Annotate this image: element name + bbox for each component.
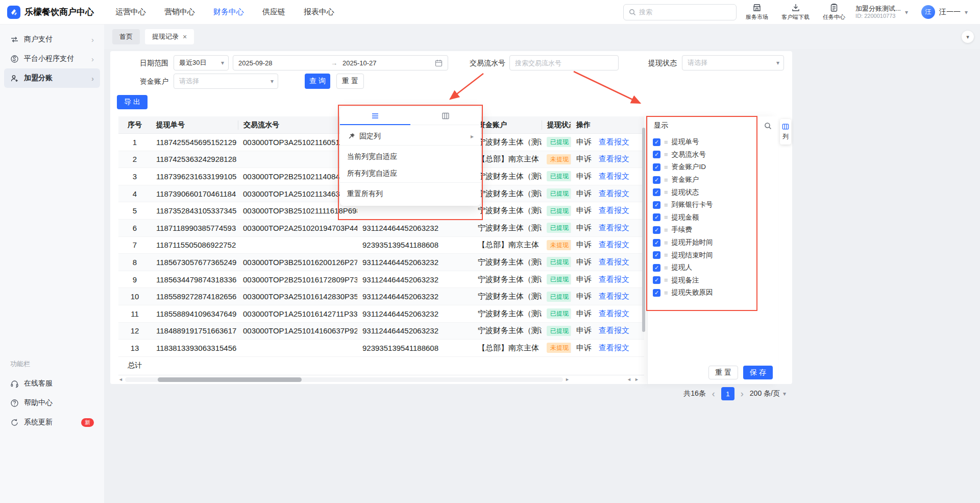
page-tab[interactable]: 首页 × — [112, 29, 140, 44]
date-preset-select[interactable]: 最近30日 ▾ — [174, 55, 229, 70]
column-visibility-item[interactable]: ✓ ≡ 交易流水号 — [648, 149, 778, 161]
column-drawer-toggle[interactable]: 列 — [780, 119, 791, 145]
column-visibility-item[interactable]: ✓ ≡ 提现结束时间 — [648, 249, 778, 261]
checkbox-checked[interactable]: ✓ — [653, 264, 660, 272]
drag-handle-icon[interactable]: ≡ — [664, 264, 668, 272]
current-page[interactable]: 1 — [721, 387, 734, 400]
checkbox-checked[interactable]: ✓ — [653, 151, 660, 158]
view-report-link[interactable]: 查看报文 — [599, 309, 629, 319]
checkbox-checked[interactable]: ✓ — [653, 289, 660, 297]
col-header-seq[interactable]: 序号 — [118, 121, 151, 130]
drawer-reset-button[interactable]: 重 置 — [708, 366, 738, 379]
column-visibility-item[interactable]: ✓ ≡ 到账银行卡号 — [648, 199, 778, 211]
column-visibility-item[interactable]: ✓ ≡ 资金账户ID — [648, 161, 778, 174]
drag-handle-icon[interactable]: ≡ — [664, 226, 668, 234]
drag-handle-icon[interactable]: ≡ — [664, 163, 668, 171]
appeal-link[interactable]: 申诉 — [576, 137, 592, 147]
view-report-link[interactable]: 查看报文 — [599, 172, 629, 181]
checkbox-checked[interactable]: ✓ — [653, 226, 660, 234]
export-button[interactable]: 导 出 — [117, 95, 148, 109]
drawer-save-button[interactable]: 保 存 — [743, 366, 773, 379]
view-report-link[interactable]: 查看报文 — [599, 275, 629, 284]
drag-handle-icon[interactable]: ≡ — [664, 276, 668, 284]
drag-handle-icon[interactable]: ≡ — [664, 151, 668, 158]
view-report-link[interactable]: 查看报文 — [599, 206, 629, 215]
checkbox-checked[interactable]: ✓ — [653, 188, 660, 196]
menu-tab-list[interactable] — [340, 107, 410, 125]
view-report-link[interactable]: 查看报文 — [599, 240, 629, 250]
sidebar-item-help-center[interactable]: 帮助中心 — [4, 393, 100, 413]
drag-handle-icon[interactable]: ≡ — [664, 138, 668, 146]
scrollbar-thumb[interactable] — [158, 377, 302, 382]
top-nav-item[interactable]: 供应链 — [259, 5, 288, 19]
top-nav-item[interactable]: 财务中心 — [210, 5, 247, 19]
table-horizontal-scrollbar[interactable]: ◄ ► — [118, 376, 570, 383]
checkbox-checked[interactable]: ✓ — [653, 176, 660, 184]
appeal-link[interactable]: 申诉 — [576, 309, 592, 319]
column-visibility-item[interactable]: ✓ ≡ 提现失败原因 — [648, 286, 778, 299]
date-start[interactable]: 2025-09-28 — [238, 59, 326, 67]
col-header-withdraw-no[interactable]: 提现单号 — [151, 121, 238, 130]
scroll-right-icon[interactable]: ► — [565, 376, 570, 383]
context-menu-item[interactable]: 固定列 ▸ — [340, 128, 481, 146]
context-menu-item[interactable]: 所有列宽自适应 ▸ — [340, 165, 481, 183]
withdraw-status-select[interactable]: 请选择 ▾ — [682, 55, 784, 70]
col-header-txn-no[interactable]: 交易流水号 — [238, 121, 357, 130]
sidebar-item-online-service[interactable]: 在线客服 — [4, 374, 100, 393]
column-visibility-item[interactable]: ✓ ≡ 手续费 — [648, 224, 778, 236]
fund-account-select[interactable]: 请选择 ▾ — [174, 74, 278, 89]
view-report-link[interactable]: 查看报文 — [599, 292, 629, 301]
context-menu-item[interactable]: 当前列宽自适应 ▸ — [340, 148, 481, 165]
drag-handle-icon[interactable]: ≡ — [664, 239, 668, 247]
sidebar-item-system-update[interactable]: 系统更新 新 — [4, 413, 100, 432]
search-icon[interactable] — [764, 122, 772, 130]
date-range-picker[interactable]: 2025-09-28 → 2025-10-27 — [233, 55, 448, 70]
appeal-link[interactable]: 申诉 — [576, 326, 592, 336]
reset-button[interactable]: 重 置 — [336, 74, 364, 89]
col-header-account[interactable]: 资金账户 — [473, 121, 542, 130]
checkbox-checked[interactable]: ✓ — [653, 138, 660, 146]
user-menu[interactable]: 汪 汪一一 ▾ — [921, 5, 968, 19]
column-visibility-item[interactable]: ✓ ≡ 提现开始时间 — [648, 236, 778, 249]
col-header-status[interactable]: 提现状态 — [542, 121, 571, 130]
fixed-column-scrollbar[interactable]: ◄ ► — [627, 376, 639, 383]
tabbar-collapse-button[interactable]: ▾ — [962, 31, 974, 43]
appeal-link[interactable]: 申诉 — [576, 206, 592, 215]
drag-handle-icon[interactable]: ≡ — [664, 176, 668, 184]
view-report-link[interactable]: 查看报文 — [599, 326, 629, 336]
txn-no-input[interactable] — [509, 55, 619, 70]
appeal-link[interactable]: 申诉 — [576, 189, 592, 199]
menu-tab-columns[interactable] — [410, 107, 481, 125]
view-report-link[interactable]: 查看报文 — [599, 223, 629, 233]
client-download-button[interactable]: 客户端下载 — [781, 3, 810, 21]
top-nav-item[interactable]: 运营中心 — [112, 5, 149, 19]
appeal-link[interactable]: 申诉 — [576, 172, 592, 181]
column-visibility-item[interactable]: ✓ ≡ 提现单号 — [648, 136, 778, 149]
context-menu-item[interactable]: 重置所有列 ▸ — [340, 185, 481, 203]
view-report-link[interactable]: 查看报文 — [599, 137, 629, 147]
view-report-link[interactable]: 查看报文 — [599, 154, 629, 164]
checkbox-checked[interactable]: ✓ — [653, 213, 660, 221]
prev-page-icon[interactable]: ‹ — [712, 389, 715, 398]
checkbox-checked[interactable]: ✓ — [653, 163, 660, 171]
service-market-button[interactable]: 服务市场 — [746, 3, 768, 21]
drag-handle-icon[interactable]: ≡ — [664, 251, 668, 259]
next-page-icon[interactable]: › — [741, 389, 744, 398]
appeal-link[interactable]: 申诉 — [576, 343, 592, 353]
top-nav-item[interactable]: 营销中心 — [161, 5, 198, 19]
task-center-button[interactable]: 任务中心 — [823, 3, 845, 21]
sidebar-item-miniprogram-pay[interactable]: 平台小程序支付 › — [4, 49, 100, 68]
scroll-left-icon[interactable]: ◄ — [627, 376, 631, 383]
column-visibility-item[interactable]: ✓ ≡ 提现人 — [648, 261, 778, 274]
table-vertical-scrollbar[interactable] — [642, 123, 645, 337]
sidebar-item-franchise-split[interactable]: 加盟分账 › — [4, 68, 100, 88]
page-tab[interactable]: 提现记录 × — [145, 29, 194, 44]
col-header-actions[interactable]: 操作 — [571, 121, 644, 130]
column-visibility-item[interactable]: ✓ ≡ 提现金额 — [648, 211, 778, 224]
checkbox-checked[interactable]: ✓ — [653, 251, 660, 259]
drag-handle-icon[interactable]: ≡ — [664, 188, 668, 196]
drag-handle-icon[interactable]: ≡ — [664, 289, 668, 297]
global-search-input[interactable] — [639, 8, 726, 16]
view-report-link[interactable]: 查看报文 — [599, 343, 629, 353]
appeal-link[interactable]: 申诉 — [576, 154, 592, 164]
